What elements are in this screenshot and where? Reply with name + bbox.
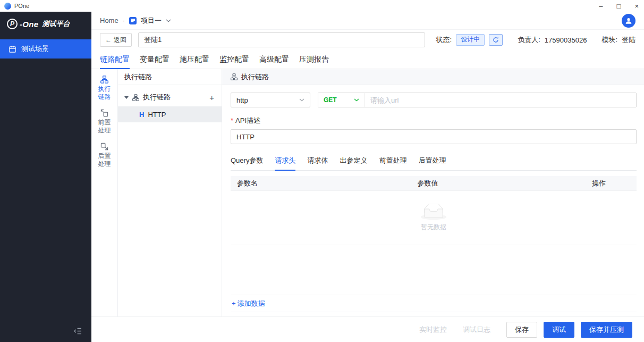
request-subtabs: Query参数 请求头 请求体 出参定义 前置处理 后置处理 <box>231 152 637 171</box>
save-and-test-button[interactable]: 保存并压测 <box>581 322 632 338</box>
subtab-request-headers[interactable]: 请求头 <box>275 152 295 170</box>
node-editor-panel: 执行链路 http GET <box>222 69 644 316</box>
url-input[interactable] <box>365 93 636 107</box>
api-desc-label: *API描述 <box>231 116 637 126</box>
save-button[interactable]: 保存 <box>506 322 537 338</box>
tree-node-root[interactable]: 执行链路 + <box>118 89 222 105</box>
table-header-row: 参数名 参数值 操作 <box>231 176 637 191</box>
panel-title: 执行链路 <box>241 72 269 82</box>
sidebar-item-test-scene[interactable]: 测试场景 <box>0 39 91 59</box>
close-button[interactable]: × <box>634 3 639 10</box>
back-arrow-icon: ← <box>105 36 112 44</box>
window-title: POne <box>14 3 29 9</box>
step-rail: 执行链路 前置处理 <box>91 69 118 316</box>
logo-suffix: 测试平台 <box>42 19 70 29</box>
chevron-down-icon <box>166 19 171 22</box>
subtab-output-params[interactable]: 出参定义 <box>340 152 367 170</box>
add-data-label: 添加数据 <box>238 299 265 308</box>
title-bar: POne – □ × <box>0 0 644 12</box>
empty-state: 暂无数据 <box>231 191 637 245</box>
tree-node-label: 执行链路 <box>143 93 171 102</box>
plus-icon: + <box>232 299 236 307</box>
panel-header: 执行链路 <box>222 69 644 85</box>
params-table: 参数名 参数值 操作 <box>231 176 637 312</box>
subtab-pre-processing[interactable]: 前置处理 <box>379 152 406 170</box>
back-button-label: 返回 <box>114 36 126 45</box>
tab-variable-config[interactable]: 变量配置 <box>140 50 170 69</box>
tab-advanced-config[interactable]: 高级配置 <box>259 50 289 69</box>
api-desc-input[interactable] <box>231 129 637 144</box>
module-label: 模块: <box>601 35 617 45</box>
rail-item-label: 执行链路 <box>98 85 112 101</box>
required-mark: * <box>231 116 233 124</box>
sidebar: P -One 测试平台 测试场景 <box>0 12 91 342</box>
scene-toolbar: ← 返回 状态: 设计中 负责人: 17590035026 模块: <box>91 30 644 50</box>
logo-name: -One <box>20 20 38 29</box>
scene-name-input[interactable] <box>138 32 425 47</box>
tab-test-report[interactable]: 压测报告 <box>299 50 329 69</box>
column-header-param-name: 参数名 <box>231 179 417 188</box>
empty-state-text: 暂无数据 <box>421 223 446 232</box>
column-header-param-value: 参数值 <box>417 179 592 188</box>
minimize-button[interactable]: – <box>599 3 603 10</box>
action-bar: 实时监控 调试日志 保存 调试 保存并压测 <box>91 316 644 342</box>
back-button[interactable]: ← 返回 <box>100 33 132 47</box>
protocol-select[interactable]: http <box>231 93 310 107</box>
sitemap-icon <box>132 94 139 101</box>
sidebar-item-label: 测试场景 <box>21 44 49 54</box>
module-value: 登陆 <box>622 35 635 45</box>
rail-item-label: 后置处理 <box>98 152 112 168</box>
breadcrumb-home[interactable]: Home <box>100 16 118 24</box>
app-logo: P -One 测试平台 <box>0 12 91 36</box>
refresh-status-button[interactable] <box>489 34 503 46</box>
realtime-monitor-link[interactable]: 实时监控 <box>419 325 447 335</box>
calendar-icon <box>9 45 16 53</box>
app-window: POne – □ × P -One 测试平台 测试场景 <box>0 0 644 342</box>
tree-panel-title: 执行链路 <box>118 69 222 85</box>
breadcrumb-separator: · <box>123 16 125 24</box>
user-avatar[interactable] <box>622 14 635 28</box>
sitemap-icon <box>231 73 238 80</box>
add-node-button[interactable]: + <box>208 93 215 102</box>
subtab-post-processing[interactable]: 后置处理 <box>418 152 446 170</box>
refresh-icon <box>493 37 499 43</box>
debug-log-link[interactable]: 调试日志 <box>463 325 490 335</box>
rail-item-execute-chain[interactable]: 执行链路 <box>98 76 112 101</box>
post-process-icon <box>100 143 108 151</box>
rail-item-pre-processing[interactable]: 前置处理 <box>98 109 112 135</box>
table-footer-area <box>231 245 637 295</box>
protocol-value: http <box>236 96 248 104</box>
http-icon: H <box>139 111 144 119</box>
collapse-sidebar-icon[interactable] <box>74 328 82 335</box>
tree-node-label: HTTP <box>148 111 166 119</box>
project-select[interactable]: 项目一 <box>141 16 162 26</box>
config-tabs: 链路配置 变量配置 施压配置 监控配置 高级配置 压测报告 <box>91 50 644 69</box>
sitemap-icon <box>100 76 108 84</box>
chevron-down-icon <box>299 98 304 102</box>
debug-button[interactable]: 调试 <box>544 322 574 338</box>
logo-badge: P <box>7 19 18 29</box>
tab-monitor-config[interactable]: 监控配置 <box>219 50 249 69</box>
chevron-down-icon <box>354 98 359 102</box>
subtab-query-params[interactable]: Query参数 <box>231 152 263 170</box>
subtab-request-body[interactable]: 请求体 <box>307 152 328 170</box>
chain-tree-panel: 执行链路 执行 <box>118 69 222 316</box>
pre-process-icon <box>100 109 108 117</box>
rail-item-label: 前置处理 <box>98 119 112 135</box>
maximize-button[interactable]: □ <box>617 3 621 10</box>
tree-node-http[interactable]: H HTTP <box>118 106 222 122</box>
empty-box-icon <box>421 204 446 220</box>
owner-value: 17590035026 <box>545 36 587 44</box>
rail-item-post-processing[interactable]: 后置处理 <box>98 143 112 168</box>
method-select[interactable]: GET <box>318 93 365 107</box>
status-label: 状态: <box>436 35 452 45</box>
tab-link-config[interactable]: 链路配置 <box>100 50 130 69</box>
method-value: GET <box>324 96 337 104</box>
caret-down-icon[interactable] <box>124 96 129 99</box>
tab-pressure-config[interactable]: 施压配置 <box>180 50 209 69</box>
breadcrumb-bar: Home · 项目一 <box>91 12 644 30</box>
project-icon <box>129 17 137 24</box>
owner-label: 负责人: <box>518 35 540 45</box>
status-badge: 设计中 <box>456 34 485 46</box>
add-data-button[interactable]: + 添加数据 <box>231 295 637 312</box>
